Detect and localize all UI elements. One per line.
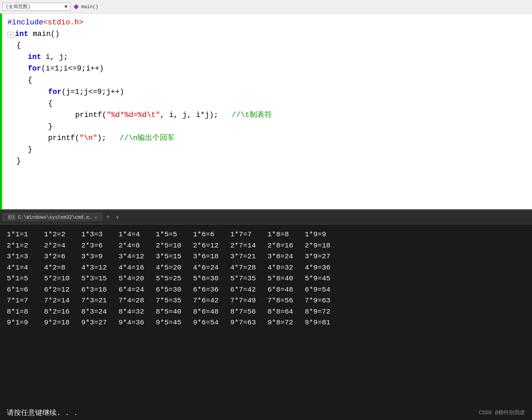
terminal-cell: 3*2=6	[44, 251, 81, 262]
terminal-cell: 9*3=27	[81, 317, 119, 328]
terminal-row: 2*1=22*2=42*3=62*4=82*5=102*6=122*7=142*…	[7, 240, 525, 252]
terminal-cell: 9*2=18	[44, 317, 81, 328]
terminal-cell: 1*6=6	[193, 229, 230, 240]
terminal-prompt: 请按任意键继续. . .	[7, 408, 78, 417]
code-editor: #include<stdio.h> −int main() { int i, j…	[0, 14, 532, 210]
terminal-row: 9*1=99*2=189*3=279*4=369*5=459*6=549*7=6…	[7, 317, 525, 328]
tab-dropdown-button[interactable]: ∨	[114, 214, 121, 221]
terminal-cell: 3*9=27	[305, 251, 342, 262]
scope-dropdown[interactable]: (全局范围) ▼	[3, 3, 70, 11]
code-line-brace5: }	[7, 144, 527, 156]
terminal-cell: 3*7=21	[230, 251, 268, 262]
terminal-cell: 4*8=32	[268, 262, 305, 274]
terminal-cell: 7*4=28	[119, 295, 156, 306]
terminal-row: 3*1=33*2=63*3=93*4=123*5=153*6=183*7=213…	[7, 251, 525, 262]
code-line-brace6: }	[7, 156, 527, 167]
terminal-row: 7*1=77*2=147*3=217*4=287*5=357*6=427*7=4…	[7, 295, 525, 306]
terminal-cell: 6*2=12	[44, 284, 81, 296]
terminal-cell: 8*6=48	[193, 306, 230, 318]
terminal-cell: 1*7=7	[230, 229, 268, 240]
terminal-cell: 2*5=10	[156, 240, 193, 252]
terminal-cell: 8*8=64	[268, 306, 305, 318]
diamond-icon	[73, 4, 79, 10]
terminal-cell: 1*4=4	[119, 229, 156, 240]
terminal-cell: 8*9=72	[305, 306, 342, 318]
terminal-cell: 2*6=12	[193, 240, 230, 252]
keyword-for2: for	[48, 86, 62, 98]
terminal-cell: 5*2=10	[44, 273, 81, 284]
terminal-row: 4*1=44*2=84*3=124*4=164*5=204*6=244*7=28…	[7, 262, 525, 274]
terminal-cell: 4*1=4	[7, 262, 44, 274]
terminal-cell: 9*9=81	[305, 317, 342, 328]
terminal-cell: 9*4=36	[119, 317, 156, 328]
terminal-cell: 2*3=6	[81, 240, 119, 252]
terminal-cell: 9*7=63	[230, 317, 268, 328]
terminal-tab-cmd[interactable]: C:\ C:\Windows\system32\cmd.e… ✕	[3, 213, 102, 221]
terminal-cell: 2*7=14	[230, 240, 268, 252]
terminal-cell: 5*5=25	[156, 273, 193, 284]
terminal-cell: 3*5=15	[156, 251, 193, 262]
terminal-cell: 2*2=4	[44, 240, 81, 252]
comment-newline: //\n输出个回车	[120, 133, 175, 144]
code-line-brace1: {	[7, 40, 527, 52]
code-line-brace3: {	[7, 98, 527, 109]
terminal-cell: 6*7=42	[230, 284, 268, 296]
terminal-footer: 请按任意键继续. . . CSDN @赖特别我废	[0, 406, 532, 420]
printf-str2: "\n"	[79, 133, 97, 144]
terminal-cell: 1*5=5	[156, 229, 193, 240]
new-tab-button[interactable]: +	[104, 213, 113, 221]
code-line-for2: for(j=1;j<=9;j++)	[7, 86, 527, 98]
terminal-panel: C:\ C:\Windows\system32\cmd.e… ✕ + ∨ 1*1…	[0, 210, 532, 420]
terminal-cell: 4*9=36	[305, 262, 342, 274]
terminal-cell: 7*6=42	[193, 295, 230, 306]
terminal-cell: 1*3=3	[81, 229, 119, 240]
terminal-cell: 9*5=45	[156, 317, 193, 328]
tab-close-button[interactable]: ✕	[94, 215, 97, 220]
terminal-cell: 3*1=3	[7, 251, 44, 262]
terminal-cell: 3*6=18	[193, 251, 230, 262]
keyword-for1: for	[28, 63, 41, 75]
terminal-cell: 4*5=20	[156, 262, 193, 274]
terminal-cell: 1*9=9	[305, 229, 342, 240]
code-content: #include<stdio.h> −int main() { int i, j…	[2, 14, 532, 209]
terminal-cell: 3*8=24	[268, 251, 305, 262]
code-line-brace4: }	[7, 121, 527, 133]
terminal-cell: 6*1=6	[7, 284, 44, 296]
terminal-tab-label: C:\Windows\system32\cmd.e…	[18, 215, 92, 220]
terminal-cell: 7*2=14	[44, 295, 81, 306]
terminal-cell: 1*1=1	[7, 229, 44, 240]
terminal-cell: 7*1=7	[7, 295, 44, 306]
code-line-printf1: printf("%d*%d=%d\t", i, j, i*j); //\t制表符	[7, 109, 527, 121]
terminal-cell: 6*5=30	[156, 284, 193, 296]
terminal-cell: 4*7=28	[230, 262, 268, 274]
keyword-int: int	[15, 28, 28, 40]
terminal-cell: 8*7=56	[230, 306, 268, 318]
terminal-output: 1*1=11*2=21*3=31*4=41*5=51*6=61*7=71*8=8…	[0, 224, 532, 406]
printf-fn: printf(	[75, 109, 106, 121]
terminal-cell: 4*3=12	[81, 262, 119, 274]
collapse-button[interactable]: −	[7, 32, 14, 38]
func-display: main()	[73, 4, 98, 10]
terminal-cell: 5*1=5	[7, 273, 44, 284]
terminal-cell: 9*6=54	[193, 317, 230, 328]
code-line-for1: for(i=1;i<=9;i++)	[7, 63, 527, 75]
terminal-cell: 3*3=9	[81, 251, 119, 262]
terminal-row: 1*1=11*2=21*3=31*4=41*5=51*6=61*7=71*8=8…	[7, 229, 525, 240]
terminal-cell: 6*4=24	[119, 284, 156, 296]
terminal-cell: 5*4=20	[119, 273, 156, 284]
code-line-main: −int main()	[7, 28, 527, 40]
terminal-cell: 5*7=35	[230, 273, 268, 284]
terminal-cell: 4*6=24	[193, 262, 230, 274]
terminal-cell: 7*3=21	[81, 295, 119, 306]
terminal-cell: 6*9=54	[305, 284, 342, 296]
terminal-cell: 3*4=12	[119, 251, 156, 262]
printf-str1: "%d*%d=%d\t"	[106, 109, 160, 121]
terminal-cell: 9*8=72	[268, 317, 305, 328]
terminal-cell: 8*1=8	[7, 306, 44, 318]
terminal-cell: 5*3=15	[81, 273, 119, 284]
terminal-cell: 2*4=8	[119, 240, 156, 252]
terminal-cell: 6*3=18	[81, 284, 119, 296]
cmd-icon: C:\	[8, 215, 15, 220]
terminal-cell: 5*8=40	[268, 273, 305, 284]
code-line-include: #include<stdio.h>	[7, 17, 527, 28]
